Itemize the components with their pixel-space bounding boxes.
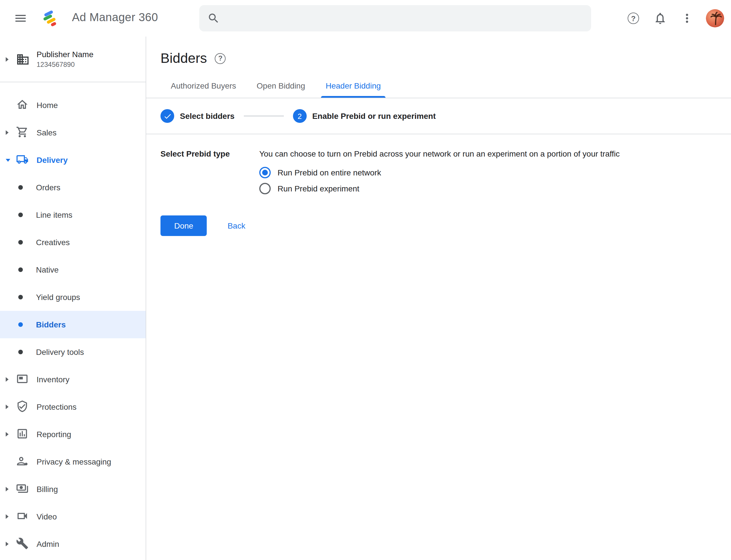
form-description: You can choose to turn on Prebid across … — [259, 148, 717, 159]
sidebar-item-label: Sales — [37, 128, 57, 137]
publisher-id: 1234567890 — [37, 61, 93, 69]
main-content: Bidders Authorized BuyersOpen BiddingHea… — [146, 37, 731, 560]
sidebar-item-label: Privacy & messaging — [37, 457, 111, 466]
step-2-label: Enable Prebid or run experiment — [312, 111, 436, 121]
radio-group: Run Prebid on entire networkRun Prebid e… — [259, 165, 717, 197]
ad-manager-app: Ad Manager 360 — [0, 0, 731, 560]
wrench-icon — [16, 537, 30, 551]
step-2-circle[interactable]: 2 — [293, 109, 307, 123]
sidebar-item-inventory[interactable]: Inventory — [0, 366, 146, 393]
sidebar-item-label: Inventory — [37, 375, 69, 384]
step-1-check-icon[interactable] — [161, 109, 174, 123]
sidebar-item-label: Native — [36, 265, 59, 274]
sidebar-item-label: Home — [37, 101, 58, 110]
sidebar-item-creatives[interactable]: Creatives — [0, 229, 146, 256]
sidebar-item-orders[interactable]: Orders — [0, 174, 146, 201]
truck-icon — [16, 153, 30, 167]
sidebar-item-label: Delivery — [37, 155, 68, 165]
tab-bar: Authorized BuyersOpen BiddingHeader Bidd… — [146, 73, 731, 98]
search-bar[interactable] — [199, 5, 591, 31]
sidebar-item-line-items[interactable]: Line items — [0, 201, 146, 229]
sidebar-item-label: Bidders — [36, 320, 66, 329]
radio-selected-icon[interactable] — [259, 167, 271, 178]
chevron-right-icon[interactable] — [6, 377, 16, 382]
bullet-icon — [18, 240, 23, 245]
chevron-down-icon[interactable] — [6, 159, 16, 161]
sidebar-item-delivery[interactable]: Delivery — [0, 146, 146, 174]
bullet-icon — [18, 267, 23, 272]
form-actions: Done Back — [161, 215, 731, 236]
chevron-right-icon[interactable] — [6, 487, 16, 491]
help-icon[interactable] — [622, 7, 645, 30]
sidebar-item-label: Billing — [37, 485, 58, 494]
sidebar-item-sales[interactable]: Sales — [0, 119, 146, 146]
publisher-selector[interactable]: Publisher Name 1234567890 — [0, 37, 146, 82]
home-icon — [16, 98, 30, 112]
chevron-right-icon[interactable] — [6, 514, 16, 519]
radio-unselected-icon[interactable] — [259, 183, 271, 194]
bell-icon[interactable] — [649, 7, 672, 30]
sidebar-item-privacy-messaging[interactable]: Privacy & messaging — [0, 448, 146, 475]
sidebar-item-label: Yield groups — [36, 293, 80, 302]
form-label: Select Prebid type — [161, 148, 259, 197]
search-icon — [207, 12, 220, 25]
sidebar-item-home[interactable]: Home — [0, 91, 146, 119]
page-title: Bidders — [161, 50, 207, 66]
bullet-icon — [18, 213, 23, 217]
sidebar-item-label: Delivery tools — [36, 347, 84, 357]
back-button[interactable]: Back — [223, 217, 250, 235]
sidebar-item-label: Creatives — [36, 238, 70, 247]
ad-manager-logo-icon — [41, 10, 58, 27]
sidebar-item-label: Reporting — [37, 430, 71, 439]
radio-label: Run Prebid on entire network — [278, 168, 381, 177]
sidebar-item-label: Protections — [37, 402, 77, 411]
bullet-icon — [18, 350, 23, 354]
sidebar-item-label: Video — [37, 512, 57, 521]
sidebar-item-label: Line items — [36, 210, 73, 219]
avatar[interactable] — [706, 9, 724, 27]
stepper: Select bidders2Enable Prebid or run expe… — [146, 98, 731, 134]
sidebar-item-delivery-tools[interactable]: Delivery tools — [0, 338, 146, 366]
help-icon[interactable] — [215, 53, 226, 64]
search-input[interactable] — [227, 13, 583, 23]
radio-run-prebid-experiment[interactable]: Run Prebid experiment — [259, 181, 717, 197]
tab-header-bidding[interactable]: Header Bidding — [316, 73, 391, 98]
chevron-right-icon — [6, 57, 16, 61]
stepper-connector — [244, 115, 284, 117]
sidebar-item-billing[interactable]: Billing — [0, 475, 146, 503]
sidebar-item-video[interactable]: Video — [0, 503, 146, 530]
app-title: Ad Manager 360 — [72, 11, 158, 24]
sidebar-item-yield-groups[interactable]: Yield groups — [0, 283, 146, 311]
sidebar-item-label: Admin — [37, 539, 59, 549]
sidebar-nav: HomeSalesDeliveryOrdersLine itemsCreativ… — [0, 82, 146, 558]
billing-icon — [16, 482, 30, 496]
hamburger-icon[interactable] — [9, 7, 32, 30]
inventory-icon — [16, 373, 30, 386]
cart-icon — [16, 126, 30, 139]
sidebar-item-bidders[interactable]: Bidders — [0, 311, 146, 338]
chevron-right-icon[interactable] — [6, 542, 16, 546]
building-icon — [16, 52, 30, 66]
radio-label: Run Prebid experiment — [278, 184, 359, 193]
shield-icon — [16, 400, 30, 414]
done-button[interactable]: Done — [161, 215, 207, 236]
step-1-label: Select bidders — [180, 111, 235, 121]
tab-authorized-buyers[interactable]: Authorized Buyers — [161, 73, 247, 98]
bullet-icon — [18, 295, 23, 299]
sidebar-item-protections[interactable]: Protections — [0, 393, 146, 421]
more-vert-icon[interactable] — [676, 7, 698, 30]
topbar-actions — [622, 7, 724, 30]
chevron-right-icon[interactable] — [6, 130, 16, 135]
sidebar-item-label: Orders — [36, 183, 61, 192]
tab-open-bidding[interactable]: Open Bidding — [247, 73, 316, 98]
chevron-right-icon[interactable] — [6, 432, 16, 437]
sidebar-item-reporting[interactable]: Reporting — [0, 421, 146, 448]
sidebar-item-admin[interactable]: Admin — [0, 530, 146, 558]
sidebar-item-native[interactable]: Native — [0, 256, 146, 283]
radio-run-prebid-on-entire-network[interactable]: Run Prebid on entire network — [259, 165, 717, 181]
sidebar: Publisher Name 1234567890 HomeSalesDeliv… — [0, 37, 146, 560]
publisher-name: Publisher Name — [37, 50, 93, 59]
privacy-icon — [16, 455, 30, 469]
chevron-right-icon[interactable] — [6, 405, 16, 409]
bullet-icon — [18, 185, 23, 190]
